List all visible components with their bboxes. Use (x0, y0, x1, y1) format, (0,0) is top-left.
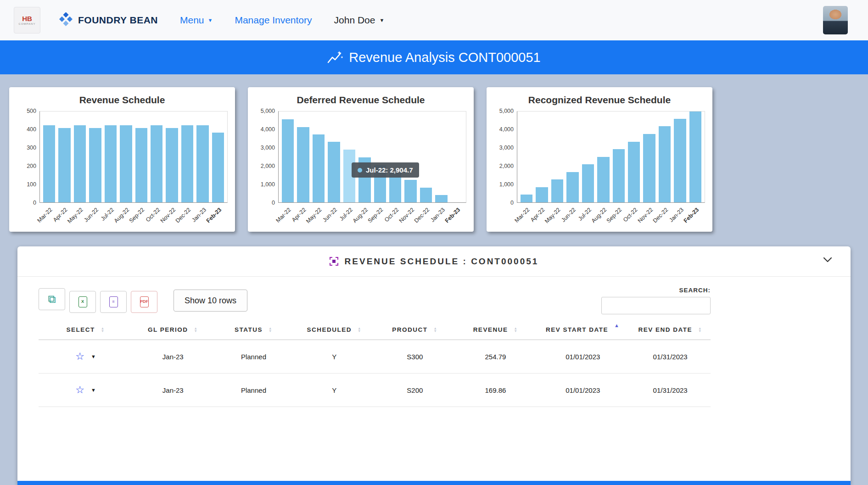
column-header-scheduled[interactable]: SCHEDULED▲▼ (294, 321, 375, 340)
y-tick-label: 4,000 (499, 126, 514, 133)
bar-Jun-22[interactable] (328, 142, 340, 202)
chart-tooltip: Jul-22: 2,904.7 (352, 162, 419, 178)
column-header-select[interactable]: SELECT▲▼ (39, 321, 133, 340)
cell-scheduled: Y (294, 374, 375, 407)
y-tick-label: 400 (27, 126, 36, 133)
x-tick: Feb-23 (212, 203, 224, 225)
csv-button[interactable]: ≡ (100, 291, 127, 313)
bar-Apr-22[interactable] (536, 187, 548, 202)
column-header-rev-end-date[interactable]: REV END DATE▲▼ (630, 321, 711, 340)
y-tick-label: 0 (510, 200, 514, 206)
x-tick-label: Mar-22 (513, 206, 531, 224)
bar-Mar-22[interactable] (282, 119, 294, 202)
export-buttons: ⧉X≡PDF (39, 288, 162, 313)
x-tick: Jun-22 (328, 203, 340, 225)
sort-icon[interactable]: ▲▼ (433, 327, 437, 333)
column-header-product[interactable]: PRODUCT▲▼ (375, 321, 455, 340)
sort-icon[interactable]: ▲▼ (358, 327, 362, 333)
bar-Oct-22[interactable] (151, 125, 162, 202)
x-tick: Dec-22 (181, 203, 194, 225)
star-icon[interactable]: ☆ (75, 351, 84, 362)
bar-Apr-22[interactable] (58, 128, 70, 202)
menu-dropdown[interactable]: Menu ▼ (180, 15, 213, 26)
cell-gl-period: Jan-23 (133, 374, 213, 407)
row-menu-caret-icon[interactable]: ▼ (91, 387, 96, 393)
x-tick: Mar-22 (281, 203, 294, 225)
bar-Sep-22[interactable] (613, 149, 625, 202)
foundry-bean-logo[interactable]: FOUNDRY BEAN (58, 12, 158, 28)
collapse-chevron-icon[interactable] (823, 256, 832, 265)
y-tick-label: 3,000 (499, 145, 514, 151)
bar-Oct-22[interactable] (628, 142, 640, 202)
sort-icon[interactable]: ▲▼ (269, 327, 273, 333)
x-tick: Sep-22 (135, 203, 147, 225)
y-tick-label: 1,000 (499, 181, 514, 188)
sort-icon[interactable]: ▲▼ (101, 327, 105, 333)
column-header-rev-start-date[interactable]: REV START DATE▲ (536, 321, 630, 340)
revenue-schedule-panel: REVENUE SCHEDULE : CONT000051 ⧉X≡PDF Sho… (17, 246, 851, 485)
bar-Dec-22[interactable] (420, 188, 432, 202)
x-tick: Dec-22 (420, 203, 432, 225)
copy-button[interactable]: ⧉ (39, 288, 65, 310)
bar-Jul-22[interactable] (582, 164, 594, 202)
bar-Feb-23[interactable] (212, 133, 224, 202)
x-tick: Sep-22 (374, 203, 386, 225)
bar-Dec-22[interactable] (181, 125, 193, 202)
chart-title: Revenue Schedule (17, 95, 228, 106)
bar-Aug-22[interactable] (120, 125, 132, 202)
column-header-status[interactable]: STATUS▲▼ (213, 321, 294, 340)
search-input[interactable] (601, 297, 711, 314)
manage-inventory-link[interactable]: Manage Inventory (235, 15, 312, 26)
column-header-revenue[interactable]: REVENUE▲▼ (455, 321, 536, 340)
bar-Sep-22[interactable] (135, 128, 147, 202)
show-rows-button[interactable]: Show 10 rows (174, 290, 247, 312)
x-tick: Jun-22 (89, 203, 101, 225)
bar-Feb-23[interactable] (689, 111, 701, 202)
search-area: SEARCH: (600, 287, 711, 314)
cell-revenue: 254.79 (455, 340, 536, 374)
cell-gl-period: Jan-23 (133, 340, 213, 374)
bar-Mar-22[interactable] (43, 125, 55, 202)
cell-product: S200 (375, 374, 455, 407)
bar-May-22[interactable] (74, 125, 86, 202)
bar-May-22[interactable] (551, 179, 563, 202)
bar-May-22[interactable] (313, 134, 325, 202)
csv-icon: ≡ (109, 296, 118, 307)
bar-Jul-22[interactable] (105, 125, 117, 202)
bar-Apr-22[interactable] (297, 127, 309, 202)
bar-Mar-22[interactable] (521, 195, 532, 202)
star-icon[interactable]: ☆ (75, 384, 84, 396)
cell-status: Planned (213, 374, 294, 407)
cell-product: S300 (375, 340, 455, 374)
cell-rev-start-date: 01/01/2023 (536, 374, 630, 407)
bar-Aug-22[interactable] (597, 157, 609, 202)
user-avatar[interactable] (823, 6, 848, 34)
bar-Jan-23[interactable] (435, 195, 447, 202)
x-tick: Mar-22 (520, 203, 532, 225)
excel-button[interactable]: X (69, 291, 96, 313)
user-dropdown[interactable]: John Doe ▼ (334, 15, 385, 26)
company-logo[interactable]: HB COMPANY (14, 7, 40, 33)
sort-icon[interactable]: ▲ (614, 323, 620, 328)
bar-Nov-22[interactable] (166, 128, 178, 202)
cell-rev-end-date: 01/31/2023 (630, 374, 711, 407)
column-label: STATUS (235, 326, 263, 333)
bar-Jan-23[interactable] (674, 119, 686, 202)
table-toolbar: ⧉X≡PDF Show 10 rows SEARCH: (39, 277, 711, 314)
column-header-gl-period[interactable]: GL PERIOD▲▼ (133, 321, 213, 340)
row-menu-caret-icon[interactable]: ▼ (91, 354, 96, 359)
bar-Jun-22[interactable] (566, 172, 578, 202)
bar-Nov-22[interactable] (404, 180, 416, 202)
y-axis: 0100200300400500 (17, 111, 39, 203)
bar-Nov-22[interactable] (643, 134, 655, 202)
sort-icon[interactable]: ▲▼ (698, 327, 702, 333)
bar-Dec-22[interactable] (659, 126, 671, 202)
sort-icon[interactable]: ▲▼ (194, 327, 198, 333)
bar-Jan-23[interactable] (196, 125, 208, 202)
pdf-button[interactable]: PDF (131, 291, 157, 313)
column-label: SCHEDULED (307, 326, 352, 333)
x-axis-labels: Mar-22Apr-22May-22Jun-22Jul-22Aug-22Sep-… (39, 203, 228, 225)
bar-Jun-22[interactable] (89, 128, 101, 202)
x-tick: Feb-23 (451, 203, 463, 225)
sort-icon[interactable]: ▲▼ (514, 327, 518, 333)
